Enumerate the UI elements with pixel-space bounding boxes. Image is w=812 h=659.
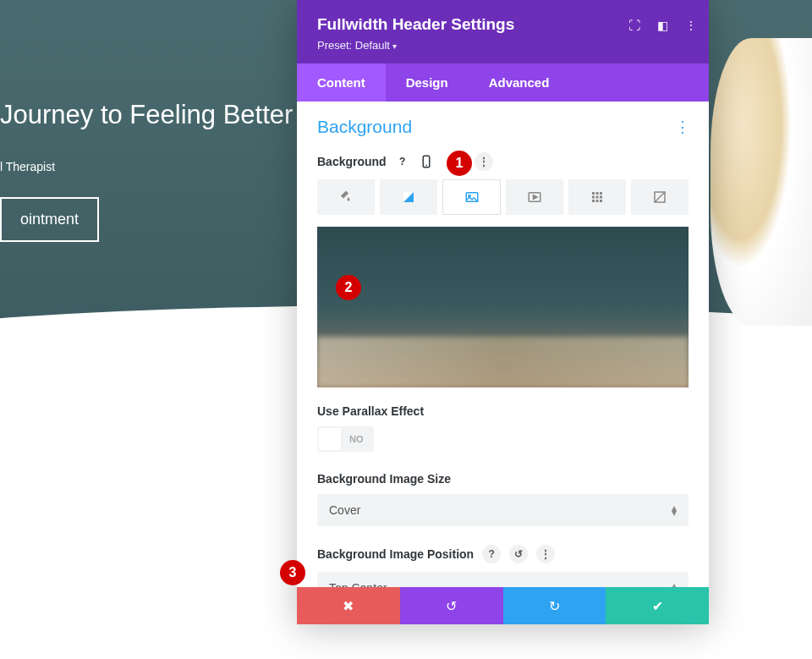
svg-rect-12 xyxy=(592,200,595,202)
svg-rect-10 xyxy=(596,196,599,199)
svg-rect-14 xyxy=(600,200,602,202)
toggle-value: NO xyxy=(341,434,372,444)
background-label: Background xyxy=(317,155,387,168)
tab-design[interactable]: Design xyxy=(386,63,469,102)
field-menu-icon[interactable]: ⋮ xyxy=(536,545,555,563)
svg-rect-9 xyxy=(592,196,595,199)
bg-type-pattern[interactable] xyxy=(568,179,626,215)
bg-position-value: Top Center xyxy=(329,581,387,587)
bg-type-image[interactable] xyxy=(442,179,502,215)
background-label-row: Background ? ⋮ xyxy=(317,152,689,171)
undo-button[interactable]: ↺ xyxy=(400,587,503,624)
responsive-icon[interactable] xyxy=(419,154,434,169)
hero-subtitle: l Therapist xyxy=(0,160,293,173)
redo-button[interactable]: ↻ xyxy=(503,587,606,624)
hero-image xyxy=(710,38,812,326)
help-icon[interactable]: ? xyxy=(395,154,410,169)
tab-advanced[interactable]: Advanced xyxy=(469,63,570,102)
tab-content[interactable]: Content xyxy=(297,63,386,102)
svg-rect-11 xyxy=(600,196,602,199)
annotation-2: 2 xyxy=(336,275,361,300)
snap-icon[interactable]: ◧ xyxy=(657,19,668,32)
bg-type-video[interactable] xyxy=(506,179,563,215)
modal-header: Fullwidth Header Settings Preset: Defaul… xyxy=(297,0,709,63)
annotation-3: 3 xyxy=(280,560,305,585)
bg-position-select[interactable]: Top Center ▴▾ xyxy=(317,572,689,587)
cancel-button[interactable]: ✖ xyxy=(297,587,400,624)
save-button[interactable]: ✔ xyxy=(606,587,709,624)
annotation-1: 1 xyxy=(447,151,472,176)
bg-type-mask[interactable] xyxy=(631,179,689,215)
tabs: Content Design Advanced xyxy=(297,63,709,102)
section-menu-icon[interactable]: ⋮ xyxy=(675,118,689,136)
svg-rect-7 xyxy=(596,192,599,195)
expand-icon[interactable]: ⛶ xyxy=(628,19,640,32)
hero-cta-button[interactable]: ointment xyxy=(0,197,99,242)
menu-icon[interactable]: ⋮ xyxy=(685,19,697,32)
bg-position-label: Background Image Position xyxy=(317,547,474,561)
help-icon[interactable]: ? xyxy=(482,545,501,563)
preset-dropdown[interactable]: Preset: Default xyxy=(317,39,689,52)
settings-modal: Fullwidth Header Settings Preset: Defaul… xyxy=(297,0,709,624)
bg-type-tabs xyxy=(317,179,689,215)
panel: Background ⋮ Background ? ⋮ xyxy=(297,102,709,587)
bg-type-gradient[interactable] xyxy=(380,179,437,215)
svg-rect-13 xyxy=(596,200,599,202)
section-title[interactable]: Background xyxy=(317,117,412,137)
hero-content: Journey to Feeling Better l Therapist oi… xyxy=(0,100,293,242)
select-arrows-icon: ▴▾ xyxy=(672,505,677,515)
parallax-toggle[interactable]: NO xyxy=(317,426,374,452)
parallax-label: Use Parallax Effect xyxy=(317,404,689,418)
bg-image-preview[interactable] xyxy=(317,227,689,387)
svg-rect-8 xyxy=(600,192,602,195)
field-menu-icon[interactable]: ⋮ xyxy=(475,152,493,171)
bg-size-select[interactable]: Cover ▴▾ xyxy=(317,494,689,526)
hero-title: Journey to Feeling Better xyxy=(0,100,293,130)
modal-footer: ✖ ↺ ↻ ✔ xyxy=(297,587,709,624)
bg-type-color[interactable] xyxy=(317,179,375,215)
toggle-knob xyxy=(319,428,341,450)
bg-size-label: Background Image Size xyxy=(317,472,689,486)
bg-position-label-row: Background Image Position ? ↺ ⋮ xyxy=(317,545,689,563)
bg-size-value: Cover xyxy=(329,503,360,517)
svg-rect-6 xyxy=(592,192,595,195)
reset-icon[interactable]: ↺ xyxy=(509,545,528,563)
